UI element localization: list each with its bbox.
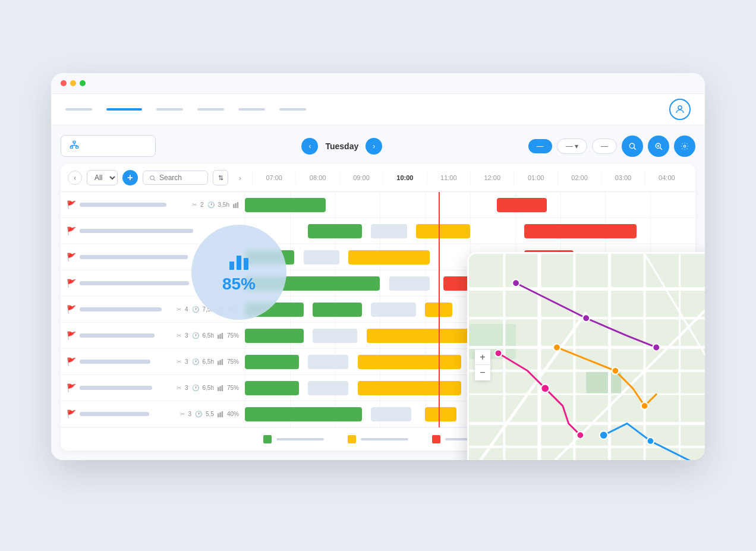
map-svg <box>469 254 705 460</box>
percent-bubble: 85% <box>191 225 286 320</box>
gantt-bar[interactable] <box>308 355 348 369</box>
gantt-bar[interactable] <box>416 224 470 238</box>
time-0200: 02:00 <box>557 171 601 185</box>
nav-tab-4[interactable] <box>197 108 224 111</box>
sort-button[interactable]: ⇅ <box>213 170 228 185</box>
time-1100: 11:00 <box>427 171 470 185</box>
svg-line-16 <box>154 179 156 181</box>
svg-rect-36 <box>219 412 221 417</box>
row-info-8: 🚩 ✂3 🕐6,5h <box>61 383 245 392</box>
time-0900: 09:00 <box>339 171 383 185</box>
svg-rect-19 <box>244 258 248 270</box>
svg-rect-32 <box>218 387 219 391</box>
gantt-bar[interactable] <box>358 355 461 369</box>
gantt-bar[interactable] <box>425 303 452 317</box>
svg-rect-1 <box>73 141 75 143</box>
svg-rect-34 <box>222 385 223 391</box>
filter-active-button[interactable]: — <box>528 139 552 153</box>
row-gantt-1 <box>245 192 695 218</box>
svg-line-11 <box>660 147 662 149</box>
next-day-button[interactable]: › <box>366 138 382 155</box>
row-name-2 <box>80 229 213 233</box>
row-info-1: 🚩 ✂2 🕐3,5h <box>61 200 245 209</box>
gantt-bar[interactable] <box>367 329 470 343</box>
chart-icon <box>228 251 250 275</box>
settings-button[interactable] <box>674 136 695 157</box>
day-navigation: ‹ Tuesday › <box>301 138 382 155</box>
gantt-bar[interactable] <box>245 407 362 421</box>
search-input[interactable] <box>159 174 201 182</box>
gantt-bar[interactable] <box>313 303 362 317</box>
gantt-bar[interactable] <box>371 407 411 421</box>
maximize-dot[interactable] <box>80 80 86 86</box>
gantt-bar[interactable] <box>313 329 358 343</box>
nav-tab-1[interactable] <box>65 108 92 111</box>
svg-rect-33 <box>219 386 221 391</box>
flag-icon: 🚩 <box>67 331 76 340</box>
svg-point-57 <box>512 279 519 286</box>
table-row: 🚩 ✂2 🕐3,5h <box>61 192 695 218</box>
bar-chart-icon <box>218 411 223 417</box>
row-name-8 <box>80 386 173 390</box>
gantt-bar[interactable] <box>358 381 461 395</box>
svg-point-67 <box>612 367 619 374</box>
gantt-bar[interactable] <box>371 224 407 238</box>
flag-icon: 🚩 <box>67 200 76 209</box>
forward-button[interactable]: › <box>233 171 247 185</box>
filter-dropdown-button[interactable]: — ▾ <box>557 138 587 154</box>
current-day: Tuesday <box>325 141 358 151</box>
gantt-bar[interactable] <box>245 381 299 395</box>
gantt-bar[interactable] <box>245 355 299 369</box>
search-button[interactable] <box>622 136 643 157</box>
prev-day-button[interactable]: ‹ <box>301 138 318 155</box>
flag-icon: 🚩 <box>67 383 76 392</box>
name-bar <box>80 255 188 259</box>
svg-rect-22 <box>237 202 239 208</box>
back-button[interactable]: ‹ <box>68 171 82 185</box>
row-name-7 <box>80 360 173 364</box>
add-button[interactable]: + <box>122 170 138 185</box>
org-selector[interactable] <box>61 135 156 157</box>
gantt-bar[interactable] <box>348 250 429 265</box>
svg-point-64 <box>647 437 654 445</box>
time-0100: 01:00 <box>514 171 557 185</box>
svg-rect-20 <box>233 204 235 208</box>
gantt-bar[interactable] <box>425 407 456 421</box>
user-avatar[interactable] <box>669 99 691 120</box>
filter-select[interactable]: All <box>87 170 118 185</box>
row-name-9 <box>80 412 177 416</box>
gantt-bar[interactable] <box>308 381 348 395</box>
row-gantt-2 <box>245 218 695 244</box>
zoom-button[interactable] <box>648 136 669 157</box>
gantt-bar[interactable] <box>371 303 416 317</box>
gantt-bar[interactable] <box>524 224 637 238</box>
bar-chart-icon <box>218 385 223 391</box>
nav-tab-2[interactable] <box>106 108 142 111</box>
zoom-out-button[interactable]: − <box>475 365 490 380</box>
gantt-bar[interactable] <box>245 329 304 343</box>
nav-tab-5[interactable] <box>238 108 265 111</box>
gantt-bar[interactable] <box>304 250 340 265</box>
gantt-bar[interactable] <box>389 276 430 291</box>
gantt-bar[interactable] <box>308 224 362 238</box>
filter-other-button[interactable]: — <box>592 138 617 154</box>
nav-tab-3[interactable] <box>156 108 183 111</box>
map-background: + − <box>469 254 705 460</box>
row-meta-8: ✂3 🕐6,5h 75% <box>177 385 239 391</box>
nav-tab-6[interactable] <box>279 108 306 111</box>
svg-rect-26 <box>218 335 219 339</box>
zoom-in-button[interactable]: + <box>475 350 490 365</box>
minimize-dot[interactable] <box>70 80 76 86</box>
filter-group: — — ▾ — <box>528 136 695 157</box>
gantt-bar[interactable] <box>497 198 546 212</box>
close-dot[interactable] <box>61 80 67 86</box>
time-1200: 12:00 <box>470 171 514 185</box>
row-meta-9: ✂3 🕐5,5 40% <box>180 411 239 417</box>
flag-icon: 🚩 <box>67 357 76 366</box>
map-overlay: + − <box>467 252 705 460</box>
svg-rect-35 <box>218 413 219 417</box>
svg-rect-28 <box>222 333 223 339</box>
svg-point-68 <box>641 402 648 410</box>
flag-icon: 🚩 <box>67 253 76 262</box>
gantt-bar[interactable] <box>245 198 326 212</box>
